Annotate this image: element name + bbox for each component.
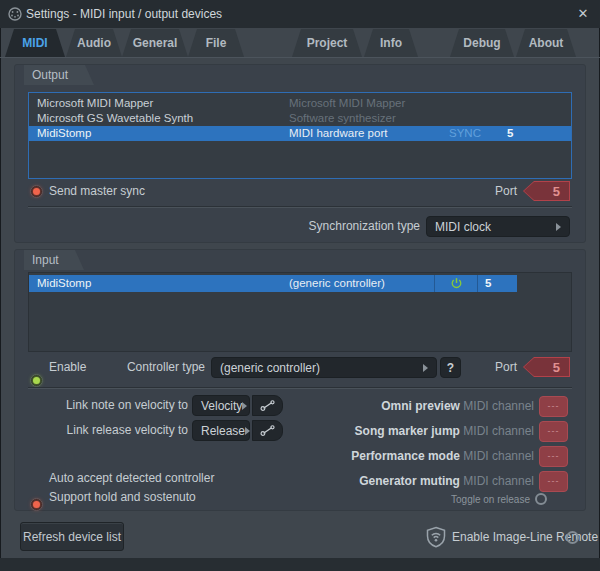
input-separator [28, 387, 572, 389]
midi-din-icon [8, 7, 22, 21]
link-release-label: Link release velocity to [30, 420, 188, 441]
tab-divider [0, 57, 600, 58]
link-note-cable-button[interactable] [252, 395, 283, 416]
auto-accept-label: Auto accept detected controller [49, 468, 214, 489]
send-master-sync-radio[interactable] [30, 185, 43, 198]
input-device-list[interactable]: MidiStomp (generic controller) 5 [28, 272, 572, 352]
toggle-on-release-label: Toggle on release [380, 494, 530, 505]
tab-debug[interactable]: Debug [450, 29, 514, 57]
settings-window: Settings - MIDI input / output devices ✕… [0, 0, 600, 571]
input-device-row-selected[interactable]: MidiStomp (generic controller) 5 [29, 275, 517, 292]
chevron-right-icon [423, 364, 428, 372]
link-note-value: Velocity [201, 399, 242, 413]
remote-shield-wifi-icon [425, 526, 447, 548]
tab-general[interactable]: General [122, 29, 188, 57]
input-port-value: 5 [524, 358, 569, 376]
send-master-sync-label: Send master sync [49, 181, 145, 202]
device-type: Microsoft MIDI Mapper [289, 96, 405, 111]
tab-midi[interactable]: MIDI [5, 29, 65, 57]
device-name: Microsoft GS Wavetable Synth [37, 111, 193, 126]
output-device-list[interactable]: Microsoft MIDI Mapper Microsoft MIDI Map… [28, 92, 572, 179]
column-divider [477, 275, 478, 292]
link-release-value: Release [201, 424, 245, 438]
device-port: 5 [507, 126, 513, 141]
auto-accept-radio[interactable] [30, 498, 43, 511]
sync-type-label: Synchronization type [220, 216, 420, 237]
enable-label: Enable [49, 357, 86, 378]
device-type: (generic controller) [289, 275, 385, 292]
output-device-row-selected[interactable]: MidiStomp MIDI hardware port SYNC 5 [29, 126, 571, 141]
device-name: Microsoft MIDI Mapper [37, 96, 153, 111]
sync-type-dropdown[interactable]: MIDI clock [426, 216, 570, 237]
device-type: Software synthesizer [289, 111, 396, 126]
link-release-cable-button[interactable] [252, 420, 283, 441]
performance-mode-channel-button[interactable]: --- [539, 446, 568, 467]
window-title: Settings - MIDI input / output devices [26, 0, 222, 28]
generator-muting-channel-button[interactable]: --- [539, 471, 568, 492]
patch-cable-icon [259, 399, 277, 412]
device-port: 5 [485, 275, 491, 292]
sync-badge: SYNC [449, 126, 481, 141]
performance-mode-label: Performance mode MIDI channel [300, 446, 534, 467]
tab-about[interactable]: About [516, 29, 576, 57]
column-divider [434, 275, 435, 292]
input-port-label: Port [430, 357, 517, 378]
device-name: MidiStomp [37, 275, 91, 292]
controller-type-dropdown[interactable]: (generic controller) [211, 357, 437, 378]
tab-audio[interactable]: Audio [66, 29, 122, 57]
device-type: MIDI hardware port [289, 126, 387, 141]
power-icon[interactable] [450, 277, 463, 290]
refresh-device-list-button[interactable]: Refresh device list [20, 522, 124, 551]
link-release-dropdown[interactable]: Release [192, 420, 250, 441]
output-port-value: 5 [524, 182, 569, 200]
song-marker-jump-channel-button[interactable]: --- [539, 421, 568, 442]
chevron-right-icon [242, 402, 247, 410]
toggle-on-release-radio[interactable] [535, 493, 547, 505]
controller-type-value: (generic controller) [220, 361, 320, 375]
sync-type-value: MIDI clock [435, 220, 491, 234]
omni-preview-label: Omni preview MIDI channel [300, 396, 534, 417]
chevron-right-icon [556, 223, 561, 231]
tab-file[interactable]: File [188, 29, 244, 57]
song-marker-jump-label: Song marker jump MIDI channel [300, 421, 534, 442]
patch-cable-icon [259, 424, 277, 437]
tab-project[interactable]: Project [292, 29, 362, 57]
omni-preview-channel-button[interactable]: --- [539, 396, 568, 417]
chevron-right-icon [245, 427, 250, 435]
enable-input-radio[interactable] [30, 374, 43, 387]
close-icon[interactable]: ✕ [572, 0, 594, 28]
link-note-label: Link note on velocity to [30, 395, 188, 416]
generator-muting-label: Generator muting MIDI channel [300, 471, 534, 492]
output-group-label: Output [24, 65, 94, 85]
output-port-label: Port [430, 181, 517, 202]
device-name: MidiStomp [37, 126, 91, 141]
support-hold-label: Support hold and sostenuto [49, 487, 196, 508]
output-device-row[interactable]: Microsoft MIDI Mapper Microsoft MIDI Map… [29, 96, 571, 111]
input-group-label: Input [24, 250, 84, 270]
controller-type-label: Controller type [110, 357, 205, 378]
enable-remote-radio[interactable] [566, 531, 579, 544]
output-separator [28, 206, 572, 208]
window-bottom-strip [0, 558, 600, 571]
tab-info[interactable]: Info [364, 29, 418, 57]
output-device-row[interactable]: Microsoft GS Wavetable Synth Software sy… [29, 111, 571, 126]
link-note-dropdown[interactable]: Velocity [192, 395, 250, 416]
title-bar[interactable]: Settings - MIDI input / output devices ✕ [0, 0, 600, 28]
